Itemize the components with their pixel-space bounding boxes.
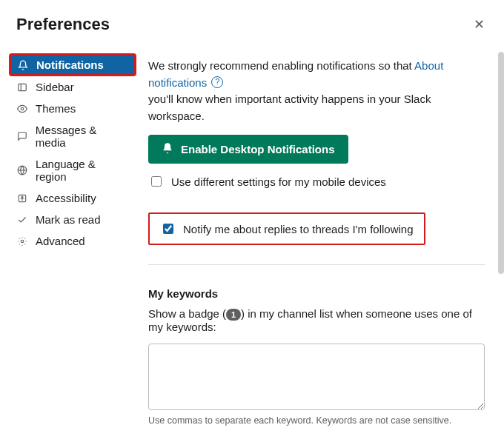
sidebar-item-advanced[interactable]: Advanced	[9, 230, 136, 252]
badge-count: 1	[226, 309, 241, 321]
sidebar-item-label: Themes	[36, 102, 76, 115]
intro-text: We strongly recommend enabling notificat…	[148, 58, 485, 124]
mobile-settings-label: Use different settings for my mobile dev…	[171, 175, 386, 188]
svg-rect-0	[19, 84, 27, 90]
sidebar-item-notifications[interactable]: Notifications	[9, 53, 136, 76]
mobile-settings-row[interactable]: Use different settings for my mobile dev…	[148, 174, 485, 189]
sidebar-item-label: Mark as read	[36, 213, 101, 226]
sidebar-item-label: Sidebar	[36, 81, 74, 93]
bell-icon	[17, 60, 29, 70]
sidebar-item-label: Notifications	[36, 58, 104, 71]
svg-point-6	[21, 196, 23, 198]
sidebar-item-language-region[interactable]: Language & region	[9, 153, 136, 187]
bell-icon	[162, 142, 173, 156]
sidebar-item-label: Messages & media	[36, 124, 129, 149]
layout-sidebar-icon	[16, 82, 28, 93]
intro-part1: We strongly recommend enabling notificat…	[148, 59, 414, 72]
divider	[148, 264, 485, 265]
preferences-content: We strongly recommend enabling notificat…	[141, 44, 504, 442]
enable-button-label: Enable Desktop Notifications	[181, 143, 335, 155]
preferences-sidebar: Notifications Sidebar Themes Messages & …	[0, 44, 141, 442]
enable-desktop-notifications-button[interactable]: Enable Desktop Notifications	[148, 135, 348, 164]
keywords-hint: Use commas to separate each keyword. Key…	[148, 415, 485, 426]
scrollbar[interactable]	[498, 52, 504, 442]
sidebar-item-mark-as-read[interactable]: Mark as read	[9, 209, 136, 230]
sidebar-item-accessibility[interactable]: Accessibility	[9, 187, 136, 209]
thread-replies-label: Notify me about replies to threads I'm f…	[183, 223, 414, 235]
thread-replies-checkbox[interactable]	[163, 224, 173, 234]
eye-icon	[16, 104, 28, 114]
modal-body: Notifications Sidebar Themes Messages & …	[0, 44, 504, 442]
thread-replies-row[interactable]: Notify me about replies to threads I'm f…	[148, 212, 425, 245]
modal-header: Preferences ✕	[0, 0, 504, 44]
sidebar-item-label: Language & region	[36, 158, 129, 183]
sidebar-item-messages-media[interactable]: Messages & media	[9, 119, 136, 153]
svg-point-2	[21, 107, 24, 110]
svg-point-7	[21, 240, 24, 243]
check-icon	[16, 215, 28, 225]
mobile-settings-checkbox[interactable]	[151, 176, 162, 187]
sidebar-item-label: Accessibility	[36, 192, 96, 204]
help-icon[interactable]: ?	[211, 76, 223, 88]
sidebar-item-themes[interactable]: Themes	[9, 98, 136, 119]
message-icon	[16, 131, 28, 141]
sidebar-item-label: Advanced	[36, 235, 85, 247]
gear-icon	[16, 236, 28, 247]
scrollbar-thumb[interactable]	[498, 52, 504, 274]
close-icon[interactable]: ✕	[469, 13, 489, 36]
keywords-input[interactable]	[148, 344, 485, 410]
sidebar-item-sidebar[interactable]: Sidebar	[9, 76, 136, 98]
keywords-desc-before: Show a badge (	[148, 307, 226, 320]
globe-icon	[16, 165, 28, 175]
page-title: Preferences	[16, 15, 110, 34]
intro-part2: you'll know when important activity happ…	[148, 93, 431, 122]
keywords-title: My keywords	[148, 287, 485, 300]
accessibility-icon	[16, 193, 28, 204]
keywords-desc: Show a badge (1) in my channel list when…	[148, 307, 485, 333]
